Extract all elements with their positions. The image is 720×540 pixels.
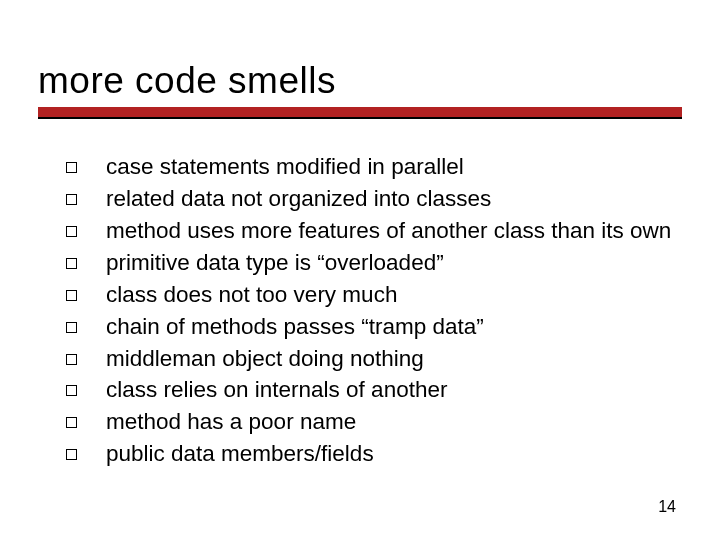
list-item: middleman object doing nothing bbox=[66, 344, 680, 374]
square-bullet-icon bbox=[66, 290, 77, 301]
square-bullet-icon bbox=[66, 194, 77, 205]
list-item-text: public data members/fields bbox=[106, 441, 374, 466]
square-bullet-icon bbox=[66, 354, 77, 365]
list-item-text: middleman object doing nothing bbox=[106, 346, 424, 371]
title-block: more code smells bbox=[38, 62, 682, 117]
page-number: 14 bbox=[658, 498, 676, 516]
list-item-text: class does not too very much bbox=[106, 282, 397, 307]
square-bullet-icon bbox=[66, 258, 77, 269]
square-bullet-icon bbox=[66, 417, 77, 428]
list-item: public data members/fields bbox=[66, 439, 680, 469]
slide-body: case statements modified in parallel rel… bbox=[66, 152, 680, 471]
square-bullet-icon bbox=[66, 385, 77, 396]
list-item-text: class relies on internals of another bbox=[106, 377, 447, 402]
title-underline bbox=[38, 107, 682, 117]
list-item: chain of methods passes “tramp data” bbox=[66, 312, 680, 342]
list-item-text: chain of methods passes “tramp data” bbox=[106, 314, 484, 339]
bullet-list: case statements modified in parallel rel… bbox=[66, 152, 680, 469]
list-item-text: primitive data type is “overloaded” bbox=[106, 250, 444, 275]
list-item: case statements modified in parallel bbox=[66, 152, 680, 182]
list-item-text: method uses more features of another cla… bbox=[106, 218, 671, 243]
slide-title: more code smells bbox=[38, 62, 682, 101]
square-bullet-icon bbox=[66, 162, 77, 173]
list-item-text: case statements modified in parallel bbox=[106, 154, 464, 179]
list-item: related data not organized into classes bbox=[66, 184, 680, 214]
list-item: class relies on internals of another bbox=[66, 375, 680, 405]
list-item: primitive data type is “overloaded” bbox=[66, 248, 680, 278]
list-item-text: method has a poor name bbox=[106, 409, 356, 434]
list-item: class does not too very much bbox=[66, 280, 680, 310]
slide: more code smells case statements modifie… bbox=[0, 0, 720, 540]
square-bullet-icon bbox=[66, 449, 77, 460]
list-item: method uses more features of another cla… bbox=[66, 216, 680, 246]
list-item-text: related data not organized into classes bbox=[106, 186, 491, 211]
list-item: method has a poor name bbox=[66, 407, 680, 437]
square-bullet-icon bbox=[66, 322, 77, 333]
square-bullet-icon bbox=[66, 226, 77, 237]
